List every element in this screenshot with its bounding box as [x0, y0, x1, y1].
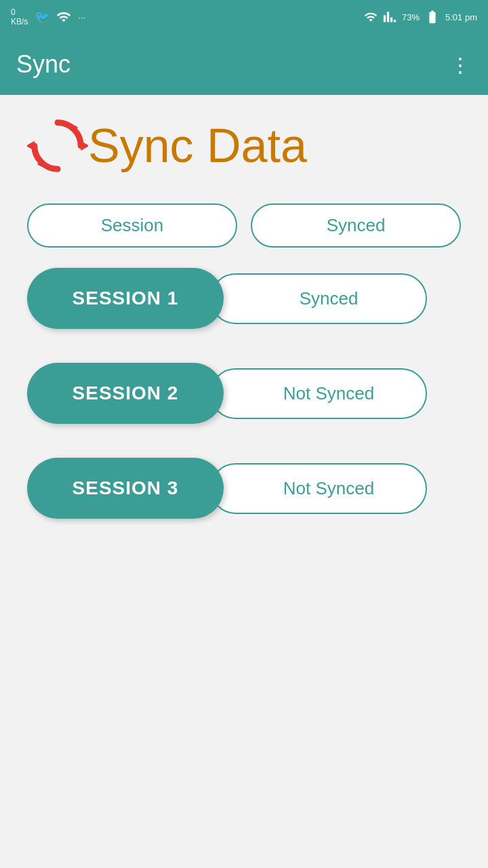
battery-icon — [425, 9, 440, 24]
facebook-icon: 🐦 — [35, 9, 49, 24]
session-row-2: SESSION 2 Not Synced — [27, 363, 461, 424]
sync-header: Sync Data — [27, 115, 461, 176]
svg-marker-1 — [27, 141, 35, 151]
session-column-header: Session — [27, 203, 237, 248]
wifi-icon — [56, 9, 71, 24]
session-3-status[interactable]: Not Synced — [210, 463, 427, 514]
session-1-button[interactable]: SESSION 1 — [27, 268, 224, 329]
app-bar: Sync ⋮ — [0, 34, 488, 95]
signal-bars-icon — [383, 10, 396, 24]
wifi-signal-icon — [364, 10, 378, 24]
session-row-3: SESSION 3 Not Synced — [27, 458, 461, 519]
battery-text: 73% — [402, 12, 420, 22]
more-indicator: ··· — [78, 12, 85, 22]
session-1-status[interactable]: Synced — [210, 273, 427, 324]
session-2-status[interactable]: Not Synced — [210, 368, 427, 419]
session-2-button[interactable]: SESSION 2 — [27, 363, 224, 424]
session-row-1: SESSION 1 Synced — [27, 268, 461, 329]
main-content: Sync Data Session Synced SESSION 1 Synce… — [0, 95, 488, 868]
column-headers: Session Synced — [27, 203, 461, 248]
data-indicator: 0KB/s — [11, 7, 28, 26]
menu-button[interactable]: ⋮ — [450, 53, 472, 77]
session-3-button[interactable]: SESSION 3 — [27, 458, 224, 519]
sync-icon — [27, 115, 88, 176]
status-bar-left: 0KB/s 🐦 ··· — [11, 7, 85, 26]
status-bar: 0KB/s 🐦 ··· 73% 5:01 pm — [0, 0, 488, 34]
status-bar-right: 73% 5:01 pm — [364, 9, 477, 24]
app-bar-title: Sync — [16, 50, 70, 79]
synced-column-header: Synced — [251, 203, 461, 248]
sync-data-title: Sync Data — [88, 119, 307, 173]
svg-marker-0 — [81, 141, 88, 151]
time-text: 5:01 pm — [445, 12, 477, 22]
